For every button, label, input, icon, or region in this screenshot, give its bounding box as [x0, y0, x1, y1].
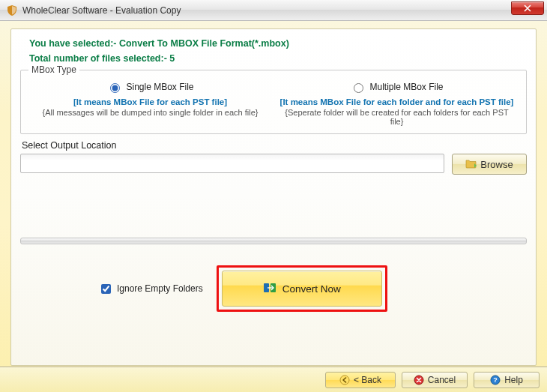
mbox-type-legend: MBox Type	[28, 64, 79, 75]
progress-placeholder	[20, 238, 527, 244]
multiple-mbox-label: Multiple MBox File	[369, 82, 443, 92]
single-mbox-radio[interactable]: Single MBox File	[106, 81, 193, 93]
cancel-icon	[414, 375, 424, 385]
back-icon	[339, 375, 350, 385]
convert-now-button[interactable]: Convert Now	[222, 271, 382, 307]
single-mbox-desc-bold: [It means MBox File for each PST file]	[31, 97, 269, 106]
app-icon	[6, 4, 18, 16]
output-location-input[interactable]	[20, 154, 444, 173]
help-button[interactable]: ? Help	[474, 372, 540, 388]
title-bar: WholeClear Software - Evaluation Copy	[0, 0, 547, 21]
svg-point-2	[340, 376, 349, 385]
folder-icon	[465, 158, 477, 171]
output-location-label: Select Output Location	[22, 140, 527, 151]
convert-now-label: Convert Now	[282, 283, 341, 295]
selection-info: You have selected:- Convert To MBOX File…	[29, 38, 527, 49]
multiple-mbox-desc-bold: [It means MBox File for each folder and …	[278, 97, 516, 106]
wizard-bar: < Back Cancel ? Help	[0, 367, 547, 392]
file-count-info: Total number of files selected:- 5	[29, 53, 527, 64]
help-button-label: Help	[504, 375, 523, 385]
client-area: You have selected:- Convert To MBOX File…	[0, 21, 547, 392]
single-mbox-label: Single MBox File	[126, 82, 193, 92]
cancel-button-label: Cancel	[428, 375, 456, 385]
convert-icon	[263, 281, 276, 297]
wizard-page: You have selected:- Convert To MBOX File…	[10, 28, 537, 366]
window-close-button[interactable]	[511, 1, 544, 15]
single-mbox-desc-small: {All messages will be dumped into single…	[31, 108, 269, 117]
ignore-empty-checkbox[interactable]: Ignore Empty Folders	[98, 282, 203, 296]
cancel-button[interactable]: Cancel	[402, 372, 468, 388]
multiple-mbox-radio-input[interactable]	[354, 83, 363, 93]
back-button[interactable]: < Back	[325, 372, 396, 388]
single-mbox-radio-input[interactable]	[110, 83, 120, 93]
back-button-label: < Back	[354, 375, 381, 385]
mbox-type-group: MBox Type Single MBox File [It means MBo…	[20, 70, 527, 134]
svg-text:?: ?	[493, 376, 498, 384]
help-icon: ?	[490, 375, 501, 385]
ignore-empty-checkbox-input[interactable]	[101, 284, 111, 294]
multiple-mbox-desc-small: {Seperate folder will be created for eac…	[278, 108, 516, 126]
multiple-mbox-radio[interactable]: Multiple MBox File	[350, 81, 443, 93]
browse-button[interactable]: Browse	[452, 154, 527, 175]
window-title: WholeClear Software - Evaluation Copy	[22, 5, 511, 16]
browse-button-label: Browse	[480, 159, 513, 170]
ignore-empty-label: Ignore Empty Folders	[117, 283, 203, 294]
convert-highlight: Convert Now	[217, 265, 387, 312]
